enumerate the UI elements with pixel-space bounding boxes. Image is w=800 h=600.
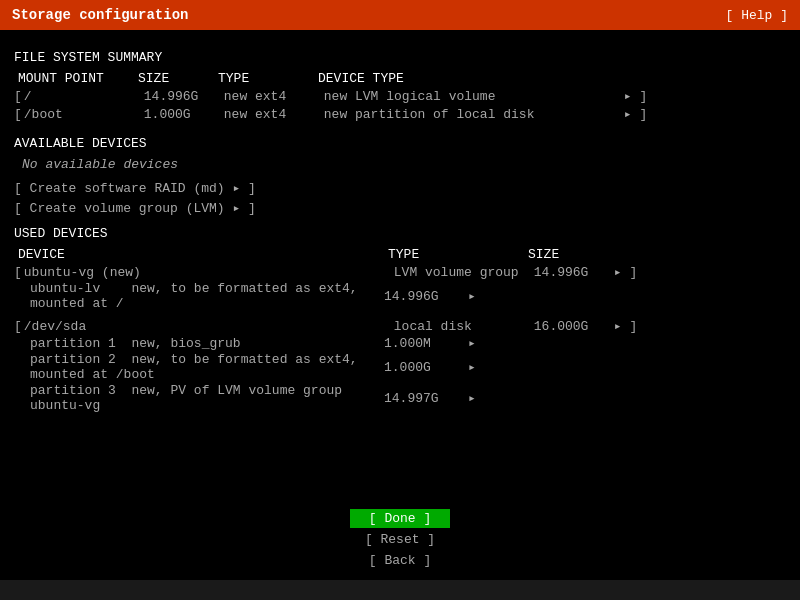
ud-row-ubuntu-lv[interactable]: ubuntu-lv new, to be formatted as ext4, … [14,281,786,311]
fs-device-type-boot: new partition of local disk [324,107,624,122]
ud-device-partition3: partition 3 new, PV of LVM volume group … [30,383,384,413]
fs-row-root[interactable]: [ / 14.996G new ext4 new LVM logical vol… [14,88,786,104]
ud-size-ubuntu-lv: 14.996G [384,289,464,304]
ud-size-ubuntu-vg: 14.996G [534,265,614,280]
ud-row-sda[interactable]: [ /dev/sda local disk 16.000G ▸ ] [14,318,786,334]
ud-device-ubuntu-vg: ubuntu-vg (new) [24,265,394,280]
ud-col-size-header: SIZE [528,247,608,262]
ud-device-partition2: partition 2 new, to be formatted as ext4… [30,352,384,382]
fs-type-root: new ext4 [224,89,324,104]
fs-size-root: 14.996G [144,89,224,104]
ud-row-partition2[interactable]: partition 2 new, to be formatted as ext4… [14,352,786,382]
reset-button[interactable]: [ Reset ] [350,530,450,549]
ud-row-partition1[interactable]: partition 1 new, bios_grub 1.000M ▸ [14,335,786,351]
ud-size-partition1: 1.000M [384,336,464,351]
ud-type-sda: local disk [394,319,534,334]
filesystem-summary-title: FILE SYSTEM SUMMARY [14,50,786,65]
fs-mount-root: / [24,89,144,104]
help-button[interactable]: [ Help ] [726,8,788,23]
fs-row-boot[interactable]: [ /boot 1.000G new ext4 new partition of… [14,106,786,122]
ud-device-partition1: partition 1 new, bios_grub [30,336,384,351]
available-devices-title: AVAILABLE DEVICES [14,136,786,151]
bottom-bar [0,580,800,600]
create-raid-action[interactable]: [ Create software RAID (md) ▸ ] [14,180,786,196]
ud-row-partition3[interactable]: partition 3 new, PV of LVM volume group … [14,383,786,413]
ud-device-ubuntu-lv: ubuntu-lv new, to be formatted as ext4, … [30,281,384,311]
fs-device-type-root: new LVM logical volume [324,89,624,104]
main-content: FILE SYSTEM SUMMARY MOUNT POINT SIZE TYP… [0,30,800,424]
ud-type-ubuntu-vg: LVM volume group [394,265,534,280]
no-devices-msg: No available devices [14,157,786,172]
page-title: Storage configuration [12,7,188,23]
col-type-header: TYPE [218,71,318,86]
col-device-type-header: DEVICE TYPE [318,71,618,86]
ud-size-partition2: 1.000G [384,360,464,375]
fs-table-header: MOUNT POINT SIZE TYPE DEVICE TYPE [14,71,786,86]
used-devices-title: USED DEVICES [14,226,786,241]
create-lvm-label: [ Create volume group (LVM) ▸ ] [14,200,256,216]
create-raid-label: [ Create software RAID (md) ▸ ] [14,180,256,196]
ud-table-header: DEVICE TYPE SIZE [14,247,786,262]
top-bar: Storage configuration [ Help ] [0,0,800,30]
ud-col-device-header: DEVICE [18,247,388,262]
col-size-header: SIZE [138,71,218,86]
col-mount-header: MOUNT POINT [18,71,138,86]
done-button[interactable]: [ Done ] [350,509,450,528]
ud-size-sda: 16.000G [534,319,614,334]
ud-col-type-header: TYPE [388,247,528,262]
ud-row-ubuntu-vg[interactable]: [ ubuntu-vg (new) LVM volume group 14.99… [14,264,786,280]
ud-size-partition3: 14.997G [384,391,464,406]
back-button[interactable]: [ Back ] [350,551,450,570]
bottom-buttons: [ Done ] [ Reset ] [ Back ] [350,509,450,570]
fs-mount-boot: /boot [24,107,144,122]
fs-type-boot: new ext4 [224,107,324,122]
create-lvm-action[interactable]: [ Create volume group (LVM) ▸ ] [14,200,786,216]
fs-size-boot: 1.000G [144,107,224,122]
ud-device-sda: /dev/sda [24,319,394,334]
